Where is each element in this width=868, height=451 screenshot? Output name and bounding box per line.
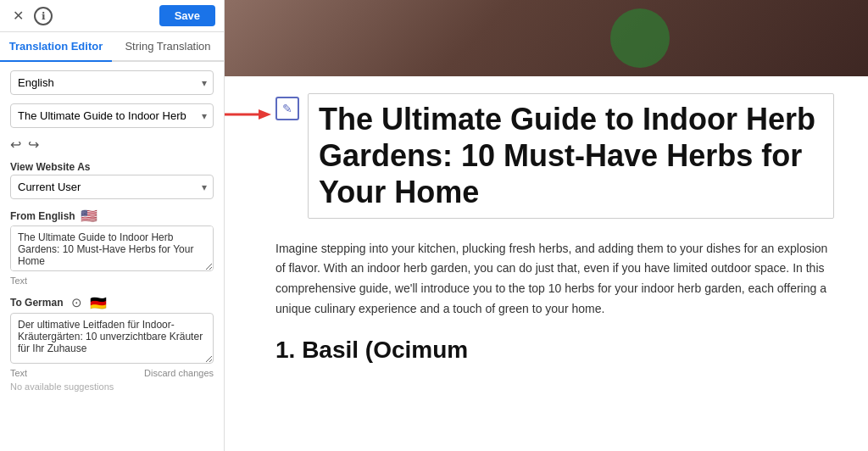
right-panel: ✎ The Ultimate Guide to Indoor Herb Gard… — [225, 0, 868, 451]
undo-redo-bar: ↩ ↪ — [10, 136, 214, 153]
to-german-textarea[interactable] — [10, 313, 214, 364]
de-flag: 🇩🇪 — [90, 295, 107, 311]
red-arrow-container — [225, 105, 275, 124]
view-website-label: View Website As — [10, 161, 214, 173]
from-english-label: From English 🇺🇸 — [10, 208, 214, 224]
left-panel: ✕ ℹ Save Translation Editor String Trans… — [0, 0, 225, 451]
tabs-bar: Translation Editor String Translation — [0, 32, 224, 62]
pencil-icon: ✎ — [282, 102, 292, 115]
no-suggestions-label: No available suggestions — [10, 381, 214, 392]
svg-marker-1 — [259, 109, 271, 120]
ai-translate-button[interactable]: ⊙ — [68, 294, 85, 311]
us-flag: 🇺🇸 — [81, 208, 97, 224]
hero-image — [225, 0, 868, 76]
tab-string-translation[interactable]: String Translation — [112, 32, 224, 62]
language-select-wrapper: English — [10, 70, 214, 95]
view-website-select-wrapper: Current User — [10, 175, 214, 199]
string-select[interactable]: The Ultimate Guide to Indoor Herb Garden… — [10, 103, 214, 128]
tab-translation-editor[interactable]: Translation Editor — [0, 32, 112, 62]
from-english-textarea[interactable] — [10, 226, 214, 271]
language-select[interactable]: English — [10, 70, 214, 95]
title-wrapper: ✎ The Ultimate Guide to Indoor Herb Gard… — [275, 93, 834, 219]
to-german-label: To German ⊙ 🇩🇪 — [10, 294, 107, 311]
section-heading: 1. Basil (Ocimum — [275, 337, 834, 364]
from-english-section: From English 🇺🇸 Text — [10, 208, 214, 286]
top-bar: ✕ ℹ Save — [0, 0, 224, 32]
panel-content: English The Ultimate Guide to Indoor Her… — [0, 62, 224, 400]
to-german-header: To German ⊙ 🇩🇪 — [10, 294, 214, 313]
to-german-field-type: Text — [10, 368, 27, 378]
info-button[interactable]: ℹ — [34, 7, 53, 25]
content-area: ✎ The Ultimate Guide to Indoor Herb Gard… — [225, 76, 868, 381]
edit-pencil-button[interactable]: ✎ — [275, 97, 299, 120]
string-select-wrapper: The Ultimate Guide to Indoor Herb Garden… — [10, 103, 214, 128]
view-website-select[interactable]: Current User — [10, 175, 214, 199]
article-intro: Imagine stepping into your kitchen, pluc… — [275, 239, 834, 320]
close-button[interactable]: ✕ — [8, 7, 27, 25]
view-website-as-section: View Website As Current User — [10, 161, 214, 199]
from-english-field-type: Text — [10, 276, 214, 286]
discard-changes-button[interactable]: Discard changes — [144, 368, 214, 378]
to-german-section: To German ⊙ 🇩🇪 Text Discard changes No a… — [10, 294, 214, 392]
red-arrow-svg — [225, 105, 275, 124]
undo-button[interactable]: ↩ — [10, 136, 21, 153]
article-title: The Ultimate Guide to Indoor Herb Garden… — [308, 93, 834, 219]
save-button[interactable]: Save — [159, 5, 215, 26]
redo-button[interactable]: ↪ — [28, 136, 39, 153]
